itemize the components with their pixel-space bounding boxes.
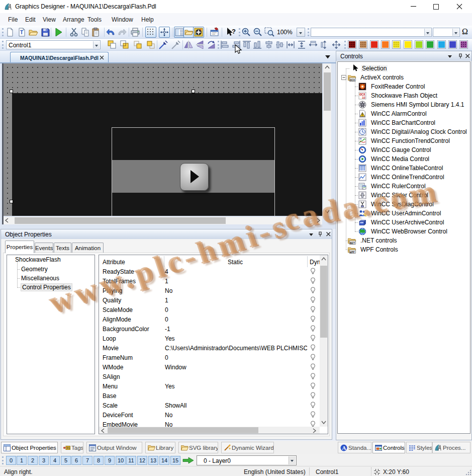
svg-text:WPF: WPF — [350, 251, 355, 254]
svg-text:A: A — [342, 445, 346, 451]
svg-text:01: 01 — [66, 446, 70, 449]
svg-text:NET: NET — [350, 242, 355, 245]
svg-text:32: 32 — [362, 96, 365, 100]
svg-text:OCX: OCX — [350, 78, 355, 82]
svg-text:?: ? — [232, 28, 236, 35]
svg-text:T: T — [20, 30, 23, 35]
